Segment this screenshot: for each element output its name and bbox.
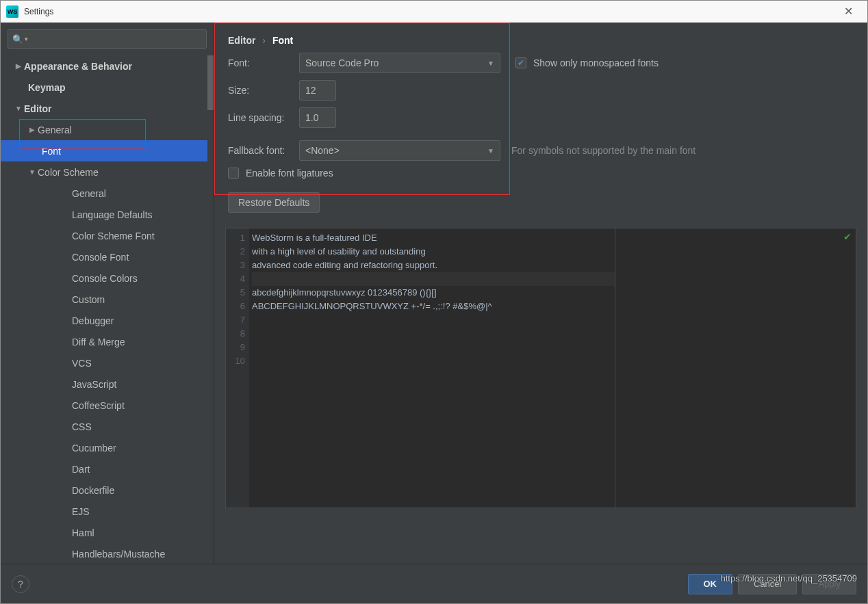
chevron-down-icon: ▼: [487, 60, 494, 67]
font-select[interactable]: Source Code Pro ▼: [299, 53, 500, 73]
chevron-down-icon: ▼: [487, 147, 494, 155]
sidebar-item-handlebars-mustache[interactable]: Handlebars/Mustache: [1, 543, 214, 564]
settings-tree[interactable]: ▶Appearance & BehaviorKeymap▼Editor▶Gene…: [1, 55, 214, 564]
settings-window: WS Settings ✕ 🔍▾ ▶Appearance & BehaviorK…: [0, 0, 868, 604]
sidebar-item-coffeescript[interactable]: CoffeeScript: [1, 395, 214, 416]
watermark: https://blog.csdn.net/qq_25354709: [721, 573, 858, 583]
font-preview: 12345678910 WebStorm is a full-featured …: [225, 228, 856, 508]
breadcrumb-root[interactable]: Editor: [228, 35, 255, 46]
sidebar-item-dart[interactable]: Dart: [1, 458, 214, 480]
sidebar-item-label: VCS: [72, 358, 92, 369]
sidebar-item-label: General: [72, 188, 106, 199]
body: 🔍▾ ▶Appearance & BehaviorKeymap▼Editor▶G…: [1, 23, 867, 603]
sidebar-item-label: Font: [42, 146, 61, 157]
code-area: WebStorm is a full-featured IDEwith a hi…: [249, 228, 615, 508]
breadcrumb: Editor › Font: [225, 29, 856, 53]
close-icon[interactable]: ✕: [834, 5, 862, 18]
sidebar-item-label: Console Font: [72, 252, 129, 263]
gutter: 12345678910: [226, 228, 249, 508]
chevron-down-icon: ▾: [25, 36, 28, 42]
sidebar-item-label: Color Scheme: [38, 167, 99, 178]
sidebar-item-label: Keymap: [28, 82, 65, 93]
sidebar-item-label: Dockerfile: [72, 485, 114, 496]
sidebar-item-color-scheme-font[interactable]: Color Scheme Font: [1, 225, 214, 246]
linespacing-input[interactable]: [299, 107, 336, 128]
sidebar-item-css[interactable]: CSS: [1, 416, 214, 437]
fallback-hint: For symbols not supported by the main fo…: [511, 145, 695, 156]
size-row: Size:: [225, 80, 856, 101]
monospace-checkbox[interactable]: ✔: [515, 57, 526, 68]
help-button[interactable]: ?: [12, 575, 29, 593]
scrollbar-thumb[interactable]: [207, 55, 214, 110]
arrow-icon: ▼: [27, 168, 38, 176]
sidebar-item-general[interactable]: ▶General: [1, 119, 214, 140]
ligatures-checkbox[interactable]: ✔: [228, 168, 239, 179]
sidebar-item-cucumber[interactable]: Cucumber: [1, 437, 214, 458]
sidebar-item-vcs[interactable]: VCS: [1, 352, 214, 373]
sidebar-item-label: EJS: [72, 506, 90, 517]
sidebar-item-label: Haml: [72, 527, 94, 538]
sidebar-item-color-scheme[interactable]: ▼Color Scheme: [1, 161, 214, 183]
sidebar-item-keymap[interactable]: Keymap: [1, 77, 214, 98]
sidebar-item-label: Cucumber: [72, 443, 116, 454]
sidebar-item-label: Dart: [72, 464, 90, 475]
scrollbar-track: [207, 55, 214, 564]
sidebar-item-ejs[interactable]: EJS: [1, 501, 214, 522]
sidebar-item-label: CSS: [72, 421, 92, 432]
sidebar-item-label: Appearance & Behavior: [24, 61, 132, 72]
sidebar-item-editor[interactable]: ▼Editor: [1, 98, 214, 119]
monospace-label: Show only monospaced fonts: [533, 57, 659, 68]
sidebar-item-label: Color Scheme Font: [72, 231, 155, 241]
sidebar-item-label: General: [38, 124, 72, 135]
sidebar-item-label: Handlebars/Mustache: [72, 549, 165, 560]
linespacing-row: Line spacing:: [225, 107, 856, 128]
sidebar-item-diff-merge[interactable]: Diff & Merge: [1, 331, 214, 352]
main-area: 🔍▾ ▶Appearance & BehaviorKeymap▼Editor▶G…: [1, 23, 867, 564]
sidebar-item-label: CoffeeScript: [72, 400, 125, 411]
sidebar-item-label: Debugger: [72, 315, 114, 326]
sidebar-item-haml[interactable]: Haml: [1, 522, 214, 543]
fallback-row: Fallback font: <None> ▼ For symbols not …: [225, 140, 856, 161]
titlebar: WS Settings ✕: [1, 1, 867, 23]
search-icon: 🔍: [12, 34, 23, 44]
preview-right-pane: ✔: [615, 228, 856, 508]
search-input[interactable]: 🔍▾: [8, 29, 207, 49]
sidebar-item-general[interactable]: General: [1, 183, 214, 204]
ligatures-label: Enable font ligatures: [246, 168, 333, 179]
window-title: Settings: [24, 7, 53, 16]
sidebar-item-console-font[interactable]: Console Font: [1, 246, 214, 267]
size-label: Size:: [228, 85, 299, 96]
search-wrap: 🔍▾: [1, 23, 214, 55]
content-panel: Editor › Font Font: Source Code Pro ▼ ✔ …: [214, 23, 867, 564]
sidebar-item-label: Console Colors: [72, 273, 138, 284]
font-row: Font: Source Code Pro ▼ ✔ Show only mono…: [225, 53, 856, 73]
sidebar-item-debugger[interactable]: Debugger: [1, 310, 214, 331]
sidebar-item-dockerfile[interactable]: Dockerfile: [1, 480, 214, 501]
fallback-value: <None>: [305, 145, 340, 156]
fallback-select[interactable]: <None> ▼: [299, 140, 500, 161]
sidebar-item-label: Custom: [72, 294, 105, 305]
arrow-icon: ▶: [27, 126, 38, 133]
sidebar-item-label: Language Defaults: [72, 209, 153, 220]
sidebar-item-appearance-behavior[interactable]: ▶Appearance & Behavior: [1, 55, 214, 77]
sidebar-item-label: Editor: [24, 103, 51, 114]
arrow-icon: ▶: [13, 62, 24, 70]
size-input[interactable]: [299, 80, 336, 101]
font-value: Source Code Pro: [305, 57, 379, 68]
sidebar-item-javascript[interactable]: JavaScript: [1, 373, 214, 395]
webstorm-icon: WS: [6, 5, 18, 18]
fallback-label: Fallback font:: [228, 145, 299, 156]
sidebar-item-console-colors[interactable]: Console Colors: [1, 267, 214, 289]
sidebar-item-font[interactable]: Font: [1, 140, 214, 161]
sidebar-item-label: JavaScript: [72, 379, 116, 390]
linespacing-label: Line spacing:: [228, 112, 299, 123]
sidebar: 🔍▾ ▶Appearance & BehaviorKeymap▼Editor▶G…: [1, 23, 214, 564]
font-label: Font:: [228, 57, 299, 68]
checkmark-icon: ✔: [843, 231, 852, 242]
footer: ? OK Cancel Apply: [1, 564, 867, 603]
sidebar-item-language-defaults[interactable]: Language Defaults: [1, 204, 214, 225]
breadcrumb-separator-icon: ›: [262, 35, 266, 46]
sidebar-item-custom[interactable]: Custom: [1, 289, 214, 310]
restore-defaults-button[interactable]: Restore Defaults: [228, 192, 320, 213]
breadcrumb-current: Font: [272, 35, 293, 46]
